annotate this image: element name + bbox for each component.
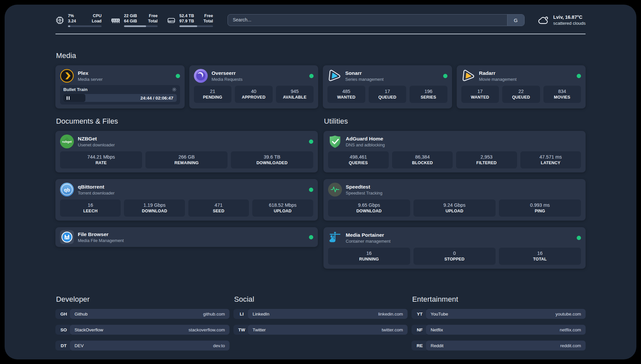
stat-box: 17QUEUED [369,86,407,103]
memory-progress-bar [124,25,158,27]
card-desc: Series management [345,76,383,82]
link-linkedin[interactable]: LI LinkedInlinkedin.com [233,309,408,319]
cpu-stat: 7%3.24 CPULoad [55,13,102,27]
cpu-load-value: 3.24 [68,18,76,24]
card-filebrowser[interactable]: File Browser Media File Management [55,227,318,247]
card-title: Media Portainer [346,231,391,238]
cpu-progress-fill [68,25,70,27]
stat-box: 945AVAILABLE [276,86,314,103]
stat-box: 16TOTAL [499,248,581,265]
section-media: Media Plex Media server B [55,51,586,108]
card-title: NZBGet [78,135,115,142]
overseerr-icon [194,69,208,83]
status-dot [176,74,180,78]
stat-box: 16RUNNING [328,248,410,265]
memory-free-label: Free [148,13,158,18]
stat-box: 40APPROVED [235,86,273,103]
speedtest-icon [328,183,342,197]
card-radarr[interactable]: Radarr Movie management 17WANTED 22QUEUE… [457,65,586,108]
link-url: github.com [203,312,225,317]
card-qbittorrent[interactable]: qb qBittorrent Torrent downloader 16LEEC… [55,179,318,221]
disk-total-value: 97.9 TB [179,18,194,24]
link-twitter[interactable]: TW Twittertwitter.com [233,325,408,335]
card-desc: DNS and adblocking [346,142,385,148]
link-abbr: TW [233,325,250,335]
disk-icon [167,16,176,25]
card-title: AdGuard Home [346,135,385,142]
search-engine-button[interactable]: G [507,15,524,26]
weather-location: Lviv, 16.87°C [553,14,586,20]
card-title: Radarr [479,70,517,76]
stat-box: 618.52 MbpsUPLOAD [252,199,313,217]
stat-box: 485WANTED [327,86,365,103]
section-utilities: Utilities AdGuard Home DNS and adblockin… [323,117,586,275]
card-title: Plex [78,70,103,76]
link-name: YouTube [431,312,448,317]
link-name: StackOverflow [75,327,103,332]
stat-box: 22QUEUED [502,86,540,103]
gear-icon[interactable] [172,87,177,92]
link-abbr: RE [412,341,428,350]
section-developer: Developer GH Githubgithub.com SO StackOv… [55,295,229,356]
plex-icon [60,69,74,83]
link-abbr: NF [412,325,428,335]
card-portainer[interactable]: Media Portainer Container management 16R… [323,227,586,269]
weather-condition: scattered clouds [553,20,586,26]
stat-box: 47.571 msLATENCY [520,151,581,168]
card-desc: Media Requests [212,76,243,82]
stat-box: 17WANTED [461,86,499,103]
link-abbr: LI [233,309,250,319]
link-github[interactable]: GH Githubgithub.com [55,309,229,319]
cpu-icon [55,16,64,25]
pause-icon[interactable] [67,96,68,100]
disk-free-value: 52.4 TB [179,13,194,18]
card-adguard[interactable]: AdGuard Home DNS and adblocking 498,461Q… [323,131,586,172]
card-overseerr[interactable]: Overseerr Media Requests 21PENDING 40APP… [189,65,319,108]
sonarr-icon [327,69,341,83]
link-name: Netflix [431,327,443,332]
card-desc: Media File Management [78,238,124,244]
memory-total-value: 64 GiB [124,18,137,24]
svg-text:nzbget: nzbget [62,140,72,143]
card-desc: Container management [346,238,391,244]
section-entertainment: Entertainment YT YouTubeyoutube.com NF N… [412,295,586,356]
card-plex[interactable]: Plex Media server Bullet Train [55,65,185,108]
link-reddit[interactable]: RE Redditreddit.com [412,341,586,350]
stat-box: 86,384BLOCKED [392,151,453,168]
stat-box: 266 GBREMAINING [145,151,228,168]
link-youtube[interactable]: YT YouTubeyoutube.com [412,309,586,319]
link-name: Github [75,312,88,317]
system-stats: 7%3.24 CPULoad 22 GiB64 GiB FreeTotal [55,13,213,27]
playback-progress-fill [63,94,85,102]
stat-box: 2,953FILTERED [456,151,517,168]
search-bar[interactable]: Search... G [228,14,525,26]
link-url: linkedin.com [378,312,403,317]
status-dot [443,74,447,78]
search-input[interactable]: Search... [233,15,251,25]
section-title-social: Social [234,295,408,304]
card-desc: Media server [78,76,103,82]
link-url: netflix.com [560,327,581,332]
stat-box: 498,461QUERIES [328,151,389,168]
card-nzbget[interactable]: nzbget NZBGet Usenet downloader 744.21 M… [55,131,318,172]
section-title-entertainment: Entertainment [412,295,586,304]
card-speedtest[interactable]: Speedtest Speedtest Tracking 9.65 GbpsDO… [323,179,586,221]
card-sonarr[interactable]: Sonarr Series management 485WANTED 17QUE… [323,65,452,108]
link-stackoverflow[interactable]: SO StackOverflowstackoverflow.com [55,325,229,335]
memory-total-label: Total [148,18,158,24]
status-dot [309,74,314,78]
nzbget-icon: nzbget [60,135,74,148]
disk-free-label: Free [203,13,213,18]
link-netflix[interactable]: NF Netflixnetflix.com [412,325,586,335]
card-desc: Movie management [479,76,517,82]
section-documents: Documents & Files nzbget NZBGet Usenet d… [55,117,318,254]
disk-total-label: Total [203,18,213,24]
link-dev[interactable]: DT DEVdev.to [55,341,229,350]
card-title: Overseerr [212,70,243,76]
playback-time: 24:44 / 02:06:47 [140,94,173,102]
stat-box: 1.19 GbpsDOWNLOAD [124,199,185,217]
card-title: Speedtest [346,183,382,190]
link-url: dev.to [213,343,225,348]
playback-progress-bar[interactable]: 24:44 / 02:06:47 [63,94,177,102]
now-playing: Bullet Train 24:44 / 02:06:47 [60,85,180,105]
